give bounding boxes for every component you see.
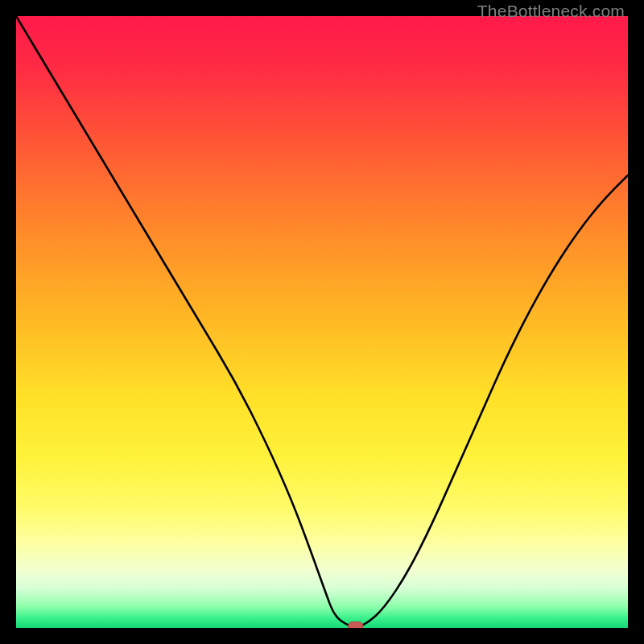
chart-svg xyxy=(16,16,628,628)
chart-frame xyxy=(16,16,628,628)
attribution-label: TheBottleneck.com xyxy=(477,2,625,21)
optimal-point-marker xyxy=(349,621,363,628)
plot-area xyxy=(16,16,628,628)
gradient-rect xyxy=(16,16,628,628)
